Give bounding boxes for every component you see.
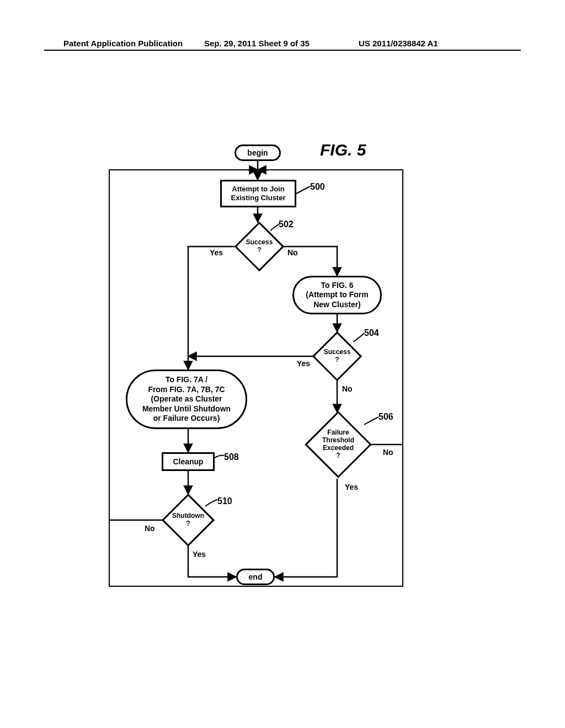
header-right: US 2011/0238842 A1 — [359, 39, 438, 48]
node-success-2: Success ? — [312, 331, 363, 382]
node-to-fig7: To FIG. 7A / From FIG. 7A, 7B, 7C (Opera… — [126, 370, 247, 429]
ref-500: 500 — [310, 182, 325, 192]
label-506-no: No — [383, 448, 393, 457]
node-begin: begin — [234, 144, 281, 161]
flow-arrows — [0, 0, 565, 728]
node-failure-threshold: Failure Threshold Exceeded ? — [305, 411, 372, 478]
figure-title: FIG. 5 — [320, 141, 366, 159]
ref-502: 502 — [279, 220, 294, 229]
label-504-yes: Yes — [297, 359, 310, 368]
node-attempt-join: Attempt to Join Existing Cluster — [220, 180, 296, 207]
label-504-no: No — [342, 384, 353, 393]
label-502-yes: Yes — [210, 248, 223, 257]
label-510-yes: Yes — [193, 550, 206, 559]
header-left: Patent Application Publication — [63, 39, 183, 48]
label-502-no: No — [287, 248, 298, 257]
node-success-1: Success ? — [234, 222, 285, 272]
node-to-fig6: To FIG. 6 (Attempt to Form New Cluster) — [292, 276, 382, 314]
page-root: Patent Application Publication Sep. 29, … — [0, 0, 565, 728]
header-center: Sep. 29, 2011 Sheet 9 of 35 — [204, 39, 310, 48]
ref-506: 506 — [379, 412, 393, 422]
node-end: end — [236, 569, 275, 585]
label-510-no: No — [145, 524, 155, 533]
node-shutdown: Shutdown ? — [162, 494, 215, 547]
ref-504: 504 — [364, 328, 379, 338]
ref-510: 510 — [217, 496, 232, 506]
header-divider — [44, 50, 521, 51]
node-cleanup: Cleanup — [162, 452, 215, 471]
label-506-yes: Yes — [345, 483, 358, 491]
ref-508: 508 — [224, 452, 239, 462]
